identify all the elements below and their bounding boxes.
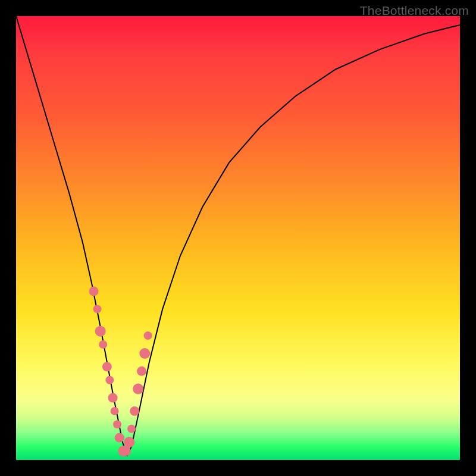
chart-frame xyxy=(16,16,460,460)
sample-dot xyxy=(137,367,146,376)
sample-dot xyxy=(133,384,143,394)
sample-dot xyxy=(144,331,152,340)
sample-dot xyxy=(93,305,102,313)
sample-dot xyxy=(108,393,118,403)
sample-dot xyxy=(113,420,121,428)
sample-dot xyxy=(105,376,114,384)
sample-dot xyxy=(115,433,124,443)
sample-dot xyxy=(89,287,99,296)
sample-dot xyxy=(102,362,112,371)
sample-dot xyxy=(124,437,134,447)
sample-dot xyxy=(121,446,131,456)
bottleneck-curve xyxy=(16,16,460,456)
sample-dot xyxy=(95,326,106,337)
sample-dot xyxy=(130,406,139,416)
sample-dot xyxy=(127,425,136,433)
watermark-text: TheBottleneck.com xyxy=(360,4,469,18)
sample-dot xyxy=(139,348,150,359)
sample-dot xyxy=(99,340,107,349)
chart-svg xyxy=(16,16,460,460)
sample-dot xyxy=(111,407,119,415)
